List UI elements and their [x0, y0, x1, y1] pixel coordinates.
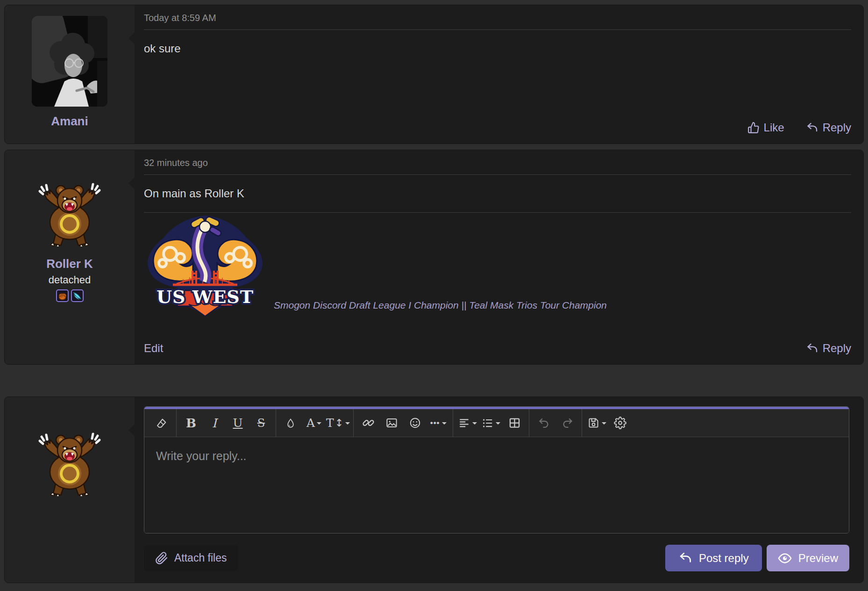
align-icon — [458, 417, 470, 429]
photo-avatar-image — [32, 16, 107, 107]
drafts-button[interactable] — [585, 409, 608, 437]
username-link[interactable]: Amani — [51, 114, 88, 129]
post-user-cell: Roller K detached — [5, 150, 135, 364]
reply-placeholder: Write your reply... — [156, 449, 247, 462]
preview-button[interactable]: Preview — [767, 545, 849, 571]
text-alignment-button[interactable] — [456, 409, 479, 437]
list-button[interactable] — [480, 409, 502, 437]
caret-down-icon — [317, 422, 321, 427]
save-draft-icon — [587, 417, 600, 429]
insert-table-button[interactable] — [503, 409, 526, 437]
reply-input[interactable]: Write your reply... — [144, 437, 849, 533]
caret-down-icon — [472, 422, 477, 427]
us-west-logo: US WEST — [144, 213, 266, 317]
smiley-icon — [409, 417, 421, 429]
link-icon — [362, 417, 375, 429]
user-title: detached — [49, 274, 91, 286]
editor-cell: B I U S A T↕ — [135, 397, 863, 583]
avatar[interactable] — [35, 431, 105, 498]
redo-icon — [561, 417, 574, 429]
remove-formatting-button[interactable] — [150, 409, 173, 437]
post-message-text: ok sure — [144, 42, 851, 55]
reply-label: Reply — [823, 342, 851, 355]
rich-text-editor: B I U S A T↕ — [144, 406, 849, 533]
avatar[interactable] — [32, 16, 107, 107]
attach-files-button[interactable]: Attach files — [144, 545, 238, 571]
font-size-button[interactable]: T↕ — [326, 409, 350, 437]
user-badges — [56, 289, 84, 302]
table-icon — [508, 417, 521, 429]
caret-down-icon — [345, 422, 350, 427]
avatar[interactable] — [35, 181, 105, 248]
editor-toolbar: B I U S A T↕ — [144, 409, 849, 437]
gear-icon — [614, 417, 626, 429]
reply-button[interactable]: Reply — [806, 342, 851, 355]
ursaring-sprite — [35, 431, 105, 496]
claw-badge-icon — [71, 289, 84, 302]
reply-button[interactable]: Reply — [806, 121, 851, 134]
undo-icon — [538, 417, 550, 429]
settings-button[interactable] — [609, 409, 631, 437]
reply-arrow-icon — [806, 122, 818, 134]
us-west-logo-text: US WEST — [157, 286, 254, 307]
more-options-button[interactable]: ••• — [427, 409, 449, 437]
editor-user-cell — [5, 397, 135, 583]
post-timestamp[interactable]: Today at 8:59 AM — [144, 13, 851, 30]
strikethrough-button[interactable]: S — [250, 409, 272, 437]
text-color-button[interactable] — [279, 409, 302, 437]
italic-button[interactable]: I — [203, 409, 226, 437]
post-message-cell: 32 minutes ago On main as Roller K — [135, 150, 863, 364]
like-button[interactable]: Like — [747, 121, 784, 134]
post-reply-label: Post reply — [699, 552, 749, 565]
caret-down-icon — [602, 422, 606, 427]
bold-button[interactable]: B — [180, 409, 202, 437]
edit-button[interactable]: Edit — [144, 342, 163, 355]
thumbs-up-icon — [747, 122, 760, 134]
preview-label: Preview — [798, 552, 838, 565]
editor-actions: Attach files Post reply — [144, 545, 849, 571]
droplet-icon — [285, 417, 296, 429]
thread-page: Amani Today at 8:59 AM ok sure Like Repl… — [0, 0, 868, 583]
post-reply-button[interactable]: Post reply — [665, 545, 762, 571]
like-label: Like — [764, 121, 784, 134]
caret-down-icon — [442, 422, 447, 427]
emoji-button[interactable] — [404, 409, 426, 437]
post-user-cell: Amani — [5, 5, 135, 144]
undo-button[interactable] — [533, 409, 555, 437]
list-icon — [482, 417, 494, 429]
post-actions: Like Reply — [144, 121, 851, 134]
attach-files-label: Attach files — [174, 552, 227, 564]
reply-label: Reply — [823, 121, 851, 134]
post-actions: Edit Reply — [144, 342, 851, 355]
signature: US WEST Smogon Discord Draft League I Ch… — [144, 213, 851, 317]
reply-arrow-icon — [678, 551, 692, 565]
insert-link-button[interactable] — [357, 409, 379, 437]
reply-arrow-icon — [806, 342, 818, 355]
post-message-cell: Today at 8:59 AM ok sure Like Reply — [135, 5, 863, 144]
ursaring-sprite — [35, 181, 105, 246]
post-message-text: On main as Roller K — [144, 187, 851, 200]
eye-icon — [778, 551, 792, 565]
signature-text: Smogon Discord Draft League I Champion |… — [274, 300, 607, 317]
paperclip-icon — [155, 552, 168, 565]
insert-image-button[interactable] — [380, 409, 403, 437]
post: Amani Today at 8:59 AM ok sure Like Repl… — [4, 5, 864, 144]
image-icon — [385, 417, 398, 429]
post-timestamp[interactable]: 32 minutes ago — [144, 158, 851, 175]
caret-down-icon — [496, 422, 500, 427]
fist-badge-icon — [56, 289, 69, 302]
font-family-button[interactable]: A — [303, 409, 325, 437]
post: Roller K detached — [4, 150, 864, 365]
redo-button[interactable] — [556, 409, 578, 437]
reply-editor-block: B I U S A T↕ — [4, 396, 864, 583]
username-link[interactable]: Roller K — [46, 257, 93, 271]
underline-button[interactable]: U — [227, 409, 249, 437]
